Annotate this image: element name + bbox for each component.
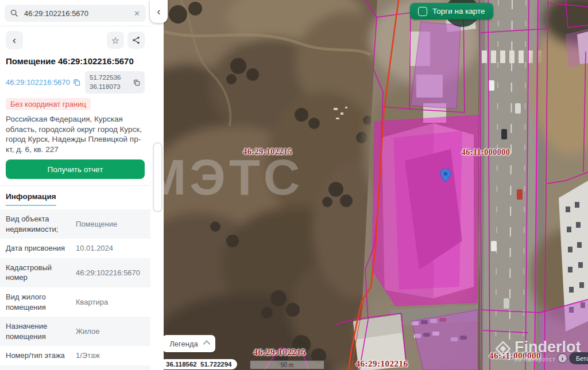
info-table: Вид объекта недвижимости; Помещение Дата… xyxy=(0,209,150,370)
table-row: Дата присвоения 10.01.2024 xyxy=(0,239,150,258)
auctions-on-map-toggle[interactable]: Торги на карте xyxy=(410,3,493,20)
legend-button[interactable]: Легенда xyxy=(164,335,215,352)
copy-icon[interactable] xyxy=(73,79,80,86)
map-canvas[interactable]: МЭТС 46:29:102215 46:11:000000 46:29:102… xyxy=(164,0,588,370)
copy-coordinates-icon[interactable] xyxy=(133,79,140,86)
scrollbar-thumb[interactable] xyxy=(153,142,163,212)
share-icon xyxy=(132,36,140,44)
auctions-checkbox[interactable] xyxy=(418,7,427,16)
cadastral-number-row: 46:29:102216:5670 51.722536 36.118073 xyxy=(6,71,145,94)
cadastral-map-app: ✕ ‹ ☆ Помещение 46:29:102216:5670 46:29:… xyxy=(0,0,588,370)
satellite-imagery xyxy=(164,0,588,370)
share-button[interactable] xyxy=(127,32,145,49)
search-input[interactable] xyxy=(23,9,129,18)
cadastral-number-link[interactable]: 46:29:102216:5670 xyxy=(6,78,80,87)
cadastral-quarter-label: 46:29:102216 xyxy=(356,359,408,369)
cursor-coordinates: 36.118562 51.722294 xyxy=(164,359,237,369)
info-icon[interactable]: i xyxy=(558,353,567,363)
table-row: Площадь 37,6 кв. м xyxy=(0,365,150,370)
collapse-sidebar-button[interactable]: ‹ xyxy=(150,0,168,23)
object-address: Российская Федерация, Курская область, г… xyxy=(6,114,145,154)
page-title: Помещение 46:29:102216:5670 xyxy=(6,56,145,66)
longitude-value: 36.118073 xyxy=(90,83,130,92)
get-report-button[interactable]: Получить отчет xyxy=(6,159,145,179)
back-button[interactable]: ‹ xyxy=(6,31,23,49)
no-boundaries-badge: Без координат границ xyxy=(6,98,91,110)
cadastral-quarter-label: 46:29:102215 xyxy=(243,147,292,157)
map-scale-bar: 50 m xyxy=(250,360,324,369)
cadastral-quarter-label: 46:29:102215 xyxy=(254,348,306,357)
search-icon xyxy=(10,9,18,17)
cadastral-district-label: 46:11:000000 xyxy=(489,351,541,361)
table-row: Вид объекта недвижимости; Помещение xyxy=(0,209,150,239)
cadastral-district-label: 46:11:000000 xyxy=(462,148,510,157)
coordinates-box: 51.722536 36.118073 xyxy=(85,71,145,94)
favorite-button[interactable]: ☆ xyxy=(107,32,124,49)
object-info-panel: ✕ ‹ ☆ Помещение 46:29:102216:5670 46:29:… xyxy=(0,0,150,370)
toolbar: ‹ ☆ xyxy=(0,26,150,49)
selected-object-marker xyxy=(440,169,451,185)
latitude-value: 51.722536 xyxy=(90,73,130,83)
clear-search-icon[interactable]: ✕ xyxy=(134,9,140,18)
tab-information[interactable]: Информация xyxy=(6,192,56,206)
table-row: Кадастровый номер 46:29:102216:5670 xyxy=(0,258,150,287)
sidebar-scroll-gutter xyxy=(150,0,164,370)
search-bar[interactable]: ✕ xyxy=(5,5,146,22)
table-row: Номер/тип этажа 1/Этаж xyxy=(0,346,150,365)
chevron-up-icon xyxy=(203,340,210,348)
table-row: Назначение помещения Жилое xyxy=(0,317,150,346)
table-row: Вид жилого помещения Квартира xyxy=(0,287,150,317)
beta-version-badge: Бета-верс xyxy=(569,352,588,364)
